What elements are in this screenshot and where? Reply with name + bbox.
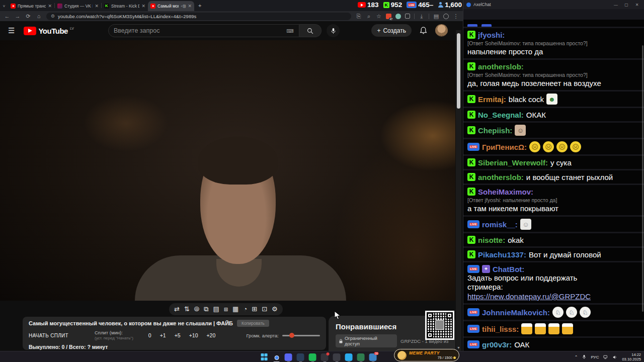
split-increment-button[interactable]: +20 [206,332,215,338]
notifications-bell-icon[interactable] [420,27,427,35]
maximize-button[interactable]: ▢ [622,3,630,7]
repeat-icon[interactable]: ⇄ [174,303,180,315]
reload-icon[interactable]: ⟳ [25,13,31,20]
chat-username: Ermitaj: [478,95,506,104]
downloads-icon[interactable]: ⤓ [419,13,425,20]
reply-quote: [Ответ SoheiMaximov: типа покрашенна про… [467,40,640,46]
site-info-icon[interactable]: ⚙ [51,14,55,19]
tab-close-icon[interactable]: ✕ [188,4,192,9]
screen: v Прямые трансляции - YouTub... ✕ Студия… [0,0,644,362]
search-button[interactable] [299,24,321,37]
url-bar[interactable]: ⚙ youtube.com/watch?v=qf6SoKM3SyM&list=L… [46,13,351,20]
telegram-icon[interactable] [345,353,353,361]
avatar[interactable] [435,24,448,37]
minimize-button[interactable]: — [612,3,620,7]
tab-vk-studio[interactable]: Студия — VK Видео Live ✕ [55,1,101,11]
chat-link[interactable]: https://new.donatepay.ru/@GRPZDC [467,292,640,301]
hamburger-menu-icon[interactable]: ☰ [8,26,15,35]
kick-badge: K [467,95,475,103]
adblock-extension-icon[interactable]: 47 [386,14,391,19]
notification-dot [327,352,330,355]
tray-clock[interactable]: 14:22 03.10.2025 [622,352,641,362]
tab-search-chevron-icon[interactable]: v [0,4,8,8]
discord-icon[interactable] [285,353,292,361]
tab-close-icon[interactable]: ✕ [141,4,145,9]
chat-message: LIVE✦ChatBot:Задать вопрос или поддержат… [463,262,644,303]
settings-icon[interactable]: ⚙ [272,303,278,315]
sort-icon[interactable]: ⇅ [184,303,190,315]
doge-icon [397,351,407,360]
split-increment-button[interactable]: 0 [148,332,151,338]
tab-close-icon[interactable]: ✕ [48,4,52,9]
speed-icon[interactable]: ◔ [243,303,247,315]
chat-scrollbar[interactable] [642,45,643,312]
chat-message: KChepiish:☺ [463,123,644,138]
chrome-icon[interactable] [273,353,280,361]
tab-active-video[interactable]: Самый могущественный ч... ◁)) ✕ [148,1,194,11]
extension-icon-teal[interactable] [395,14,401,19]
broadcast-icon[interactable]: ⦾ [194,303,199,315]
tab-close-icon[interactable]: ✕ [95,4,99,9]
back-icon[interactable]: ← [4,13,10,19]
tab-audio-icon[interactable]: ◁)) [181,4,186,8]
clapper-icon[interactable]: ▤ [213,303,219,315]
install-icon[interactable]: ⎘ [356,13,362,20]
home-icon[interactable]: ⌂ [36,13,42,19]
browser-scrollbar[interactable]: ▼ [456,30,461,351]
reading-list-icon[interactable]: ▤ [433,13,439,20]
create-button[interactable]: + Создать [371,24,412,37]
slider-thumb[interactable] [289,333,294,338]
plus-icon: + [377,27,380,34]
search-input[interactable]: Введите запрос ⌨ [108,24,299,37]
app-icon-green[interactable] [357,353,365,361]
chat-titlebar[interactable]: AxelChat — ▢ ✕ [463,0,644,9]
split-increment-button[interactable]: +5 [175,332,181,338]
total-viewers-counter: 1,600 [438,1,462,9]
extensions-icon[interactable] [405,14,410,19]
expand-icon[interactable]: ⊞ [252,303,257,315]
close-button[interactable]: ✕ [633,3,641,7]
kick-favicon: K [104,4,109,9]
tray-network-icon[interactable] [603,355,608,359]
tray-date: 03.10.2025 [622,357,641,361]
cinema-icon[interactable]: ⧉ [204,303,208,315]
tab-kick-dashboard[interactable]: K Stream - Kick Dashboard ✕ [102,1,148,11]
tray-mic-icon[interactable] [582,354,586,359]
new-tab-button[interactable]: + [198,3,201,9]
tray-language[interactable]: РУС [591,355,599,359]
kick-badge: K [467,173,475,181]
spotify-icon[interactable] [309,353,316,361]
forward-icon[interactable]: → [15,13,21,19]
copy-button[interactable]: Копировать [237,320,269,327]
steam-icon[interactable] [297,353,304,361]
app-icon-dark[interactable] [333,353,341,361]
alert-volume-slider[interactable] [282,335,320,336]
kick-badge: K [467,188,475,196]
split-increment-button[interactable]: +1 [160,332,166,338]
tray-chevron-icon[interactable]: ⌃ [575,355,578,359]
tray-volume-icon[interactable] [613,355,617,359]
frames-icon[interactable]: ▦ [232,303,238,315]
app-icon-notification[interactable] [321,353,329,361]
tab-youtube-live[interactable]: Прямые трансляции - YouTub... ✕ [8,1,54,11]
split-increment-button[interactable]: +10 [189,332,198,338]
pip-icon[interactable]: ⧈ [224,303,228,315]
start-button[interactable] [261,353,268,361]
voice-search-button[interactable] [327,24,340,37]
scrollbar-thumb[interactable] [457,33,460,109]
keyboard-icon[interactable]: ⌨ [287,28,294,34]
youtube-icon [358,2,366,8]
video-player[interactable] [0,40,455,301]
meme-party-widget[interactable]: MEME PARTY 75 / 1500 [394,349,459,361]
zoom-icon[interactable]: ⌕ [366,13,372,20]
vklive-badge: LIVE [467,265,479,273]
screenshot-icon[interactable]: ⊡ [262,303,267,315]
profile-icon[interactable] [443,14,449,19]
start-split-button[interactable]: НАЧАТЬ СПЛИТ [29,333,68,338]
kebab-menu-icon[interactable]: ⋮ [453,13,459,20]
app-icon-badge[interactable]: 16 [369,353,377,361]
bookmark-star-icon[interactable]: ☆ [376,13,382,20]
youtube-favicon [150,4,155,9]
youtube-play-icon [24,27,36,35]
youtube-logo[interactable]: YouTube LV [24,27,73,35]
